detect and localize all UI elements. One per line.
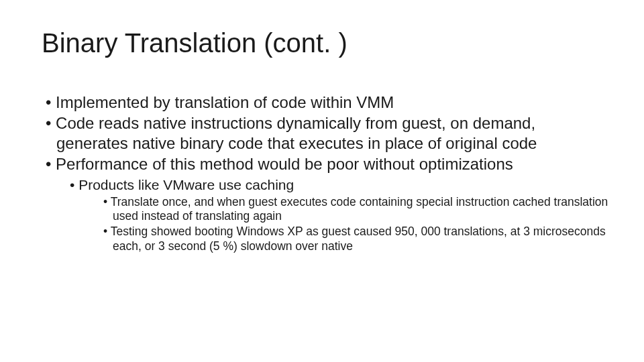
bullet-level3: Translate once, and when guest executes … [42, 195, 610, 224]
slide: Binary Translation (cont. ) Implemented … [0, 0, 644, 362]
bullet-level1: Implemented by translation of code withi… [42, 93, 610, 112]
slide-body: Implemented by translation of code withi… [42, 93, 610, 255]
bullet-level1: Performance of this method would be poor… [42, 154, 610, 174]
bullet-level3: Testing showed booting Windows XP as gue… [42, 225, 610, 253]
slide-title: Binary Translation (cont. ) [42, 28, 347, 58]
bullet-level1: Code reads native instructions dynamical… [42, 113, 610, 153]
bullet-level2: Products like VMware use caching [42, 176, 610, 194]
